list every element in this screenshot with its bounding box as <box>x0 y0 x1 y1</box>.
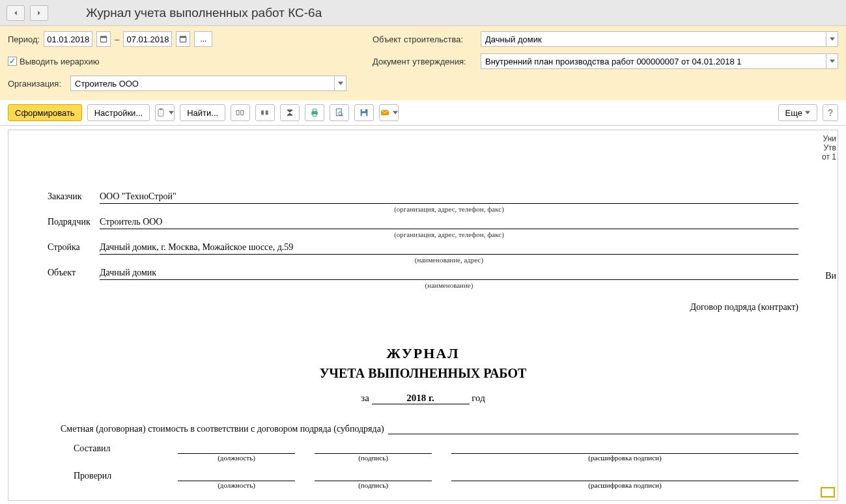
object-dropdown-button[interactable] <box>826 31 838 47</box>
preview-icon <box>334 107 345 118</box>
checkbox-icon <box>8 57 17 66</box>
contractor-hint: (организация, адрес, телефон, факс) <box>100 231 798 238</box>
print-button[interactable] <box>305 104 324 121</box>
save-button[interactable] <box>354 104 374 121</box>
collapse-button[interactable] <box>255 104 275 121</box>
compiled-decipher-field <box>451 443 798 454</box>
find-button[interactable]: Найти... <box>180 104 225 121</box>
svg-rect-5 <box>160 108 162 110</box>
preview-button[interactable] <box>330 104 349 121</box>
hierarchy-label: Выводить иерархию <box>20 57 99 66</box>
signature-hint-2: (подпись) <box>315 481 432 489</box>
resize-marker[interactable] <box>821 487 835 497</box>
expand-icon <box>235 107 246 118</box>
object-value-report: Дачный домик <box>100 268 798 280</box>
svg-rect-9 <box>266 111 268 115</box>
site-value: Дачный домик, г. Москва, Можайское шоссе… <box>100 242 798 255</box>
svg-rect-1 <box>101 36 107 38</box>
signature-hint: (подпись) <box>315 454 432 462</box>
svg-rect-4 <box>158 109 163 117</box>
clipboard-button[interactable] <box>155 104 175 121</box>
calendar-icon <box>178 35 188 44</box>
compiled-signature-field <box>315 443 432 454</box>
checked-signature-field <box>315 471 432 481</box>
sum-button[interactable] <box>280 104 300 121</box>
help-button[interactable]: ? <box>823 104 838 121</box>
contractor-value: Строитель ООО <box>100 217 798 229</box>
email-button[interactable] <box>379 104 399 121</box>
calendar-to-button[interactable] <box>176 31 190 47</box>
hierarchy-checkbox[interactable]: Выводить иерархию <box>8 57 99 66</box>
chevron-down-icon <box>338 81 343 85</box>
more-button[interactable]: Еще <box>778 104 817 121</box>
printer-icon <box>309 107 320 118</box>
journal-title: ЖУРНАЛ <box>48 345 798 362</box>
svg-rect-12 <box>313 114 317 116</box>
chevron-down-icon <box>830 37 835 41</box>
organization-input[interactable] <box>70 76 335 91</box>
approval-doc-dropdown-button[interactable] <box>826 53 838 69</box>
object-label-report: Объект <box>48 268 100 280</box>
generate-button[interactable]: Сформировать <box>8 104 82 121</box>
arrow-right-icon <box>35 8 44 18</box>
expand-button[interactable] <box>231 104 250 121</box>
organization-dropdown-button[interactable] <box>335 76 346 91</box>
object-input[interactable] <box>481 31 826 47</box>
forward-button[interactable] <box>30 5 48 21</box>
back-button[interactable] <box>7 5 25 21</box>
svg-rect-6 <box>236 111 239 115</box>
organization-label: Организация: <box>8 79 66 89</box>
svg-rect-7 <box>241 111 244 115</box>
settings-button[interactable]: Настройки... <box>87 104 150 121</box>
chevron-down-icon <box>169 111 174 115</box>
customer-hint: (организация, адрес, телефон, факс) <box>100 205 798 213</box>
svg-rect-3 <box>180 36 186 38</box>
checked-label: Проверил <box>48 471 178 481</box>
svg-rect-8 <box>261 111 264 115</box>
checked-position-field <box>178 471 295 481</box>
object-hint: (наименование) <box>100 281 798 289</box>
checked-decipher-field <box>451 471 798 481</box>
decipher-hint-2: (расшифровка подписи) <box>451 481 798 489</box>
svg-rect-11 <box>313 109 317 111</box>
site-hint: (наименование, адрес) <box>100 256 798 264</box>
chevron-down-icon <box>830 59 835 63</box>
report-meta: Уни Утв от 1 <box>822 134 836 161</box>
compiled-position-field <box>178 443 295 454</box>
calendar-icon <box>99 35 108 44</box>
position-hint: (должность) <box>178 454 295 462</box>
period-picker-button[interactable]: ... <box>194 31 212 47</box>
contractor-label: Подрядчик <box>48 217 100 229</box>
estimate-label: Сметная (договорная) стоимость в соответ… <box>61 424 388 434</box>
date-dash: – <box>115 35 119 44</box>
site-label: Стройка <box>48 242 100 255</box>
arrow-left-icon <box>11 8 20 18</box>
customer-label: Заказчик <box>48 191 100 204</box>
report-area[interactable]: Уни Утв от 1 Заказчик ООО "ТехноСтрой" (… <box>8 130 838 501</box>
journal-period: за 2018 г. год <box>48 393 798 404</box>
period-label: Период: <box>8 35 40 44</box>
date-from-input[interactable] <box>44 31 92 47</box>
chevron-down-icon <box>805 111 810 115</box>
estimate-line <box>388 424 798 434</box>
approval-doc-input[interactable] <box>481 53 826 69</box>
calendar-from-button[interactable] <box>96 31 111 47</box>
decipher-hint: (расшифровка подписи) <box>451 454 798 462</box>
vid-label: Ви <box>825 271 836 281</box>
collapse-icon <box>260 107 270 118</box>
svg-rect-18 <box>362 113 367 117</box>
chevron-down-icon <box>393 111 398 115</box>
svg-rect-17 <box>362 109 365 111</box>
approval-doc-label: Документ утверждения: <box>373 57 477 66</box>
clipboard-icon <box>156 107 166 118</box>
contract-label: Договор подряда (контракт) <box>48 302 798 313</box>
position-hint-2: (должность) <box>178 481 295 489</box>
customer-value: ООО "ТехноСтрой" <box>100 191 798 204</box>
save-icon <box>359 107 369 118</box>
sigma-icon <box>285 107 295 118</box>
object-label: Объект строительства: <box>373 35 477 44</box>
date-to-input[interactable] <box>123 31 172 47</box>
page-title: Журнал учета выполненных работ КС-6а <box>86 6 322 20</box>
journal-subtitle: УЧЕТА ВЫПОЛНЕННЫХ РАБОТ <box>48 366 798 381</box>
email-icon <box>380 107 390 118</box>
